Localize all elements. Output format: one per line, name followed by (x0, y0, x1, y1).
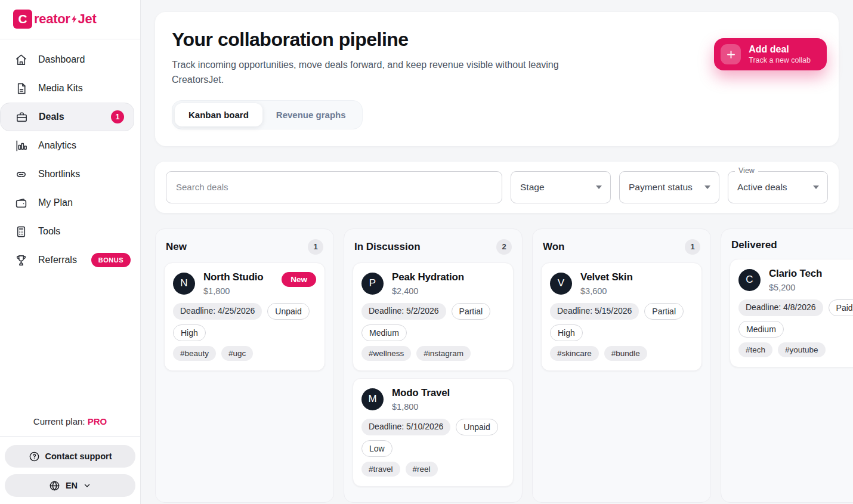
bar-chart-icon (14, 139, 28, 153)
deal-info: Peak Hydration$2,400 (392, 271, 464, 296)
deal-chip-row: Deadline: 5/2/2026Partial (361, 303, 505, 320)
deal-card[interactable]: MModo Travel$1,800Deadline: 5/10/2026Unp… (353, 378, 514, 487)
avatar: P (361, 273, 384, 295)
tab-revenue-graphs[interactable]: Revenue graphs (262, 103, 360, 126)
contact-support-label: Contact support (45, 452, 112, 461)
sidebar: C reatorJet DashboardMedia KitsDeals1Ana… (0, 0, 141, 504)
column-title: Delivered (731, 239, 777, 251)
stage-select[interactable]: Stage (511, 171, 611, 203)
sidebar-item-analytics[interactable]: Analytics (0, 131, 140, 160)
globe-icon (49, 480, 60, 491)
deal-chip-row: Deadline: 4/8/2026Paid (738, 299, 853, 316)
kanban-column-delivered: DeliveredCClario Tech$5,200Deadline: 4/8… (721, 228, 853, 503)
deal-tag-row: #tech#youtube (738, 342, 853, 357)
deal-card[interactable]: CClario Tech$5,200Deadline: 4/8/2026Paid… (730, 259, 853, 367)
deal-tag-row: #skincare#bundle (550, 346, 693, 361)
dropdown-arrow-icon (704, 185, 710, 189)
kanban-column-new: New1NNorth Studio$1,800NewDeadline: 4/25… (155, 228, 334, 503)
deal-info: North Studio$1,800 (203, 271, 264, 296)
priority-chip: High (173, 324, 206, 341)
app-root: C reatorJet DashboardMedia KitsDeals1Ana… (0, 0, 853, 504)
add-deal-button[interactable]: Add deal Track a new collab (714, 38, 827, 70)
sidebar-item-media-kits[interactable]: Media Kits (0, 74, 140, 103)
sidebar-spacer (0, 274, 140, 416)
deal-name: Modo Travel (392, 387, 450, 399)
deal-card-header: NNorth Studio$1,800New (173, 271, 316, 296)
priority-chip: High (550, 324, 583, 341)
payment-status-chip: Partial (644, 303, 684, 320)
view-select-value: Active deals (737, 182, 787, 193)
tab-kanban-board[interactable]: Kanban board (175, 103, 262, 126)
payment-status-select-label: Payment status (629, 182, 693, 193)
deal-card-header: VVelvet Skin$3,600 (550, 271, 693, 296)
deal-card[interactable]: PPeak Hydration$2,400Deadline: 5/2/2026P… (353, 262, 514, 371)
hashtag-chip: #youtube (778, 342, 826, 357)
deal-card-header: PPeak Hydration$2,400 (361, 271, 505, 296)
column-count-badge: 2 (496, 239, 512, 255)
deal-amount: $1,800 (203, 286, 264, 296)
column-header: Won1 (541, 237, 702, 262)
language-button[interactable]: EN (5, 474, 135, 497)
avatar: V (550, 273, 572, 295)
sidebar-item-label: Deals (39, 112, 64, 122)
column-title: New (166, 241, 187, 253)
deal-tag-row: #beauty#ugc (173, 346, 316, 361)
dropdown-arrow-icon (813, 185, 819, 189)
main-content: Your collaboration pipeline Track incomi… (141, 0, 853, 504)
hashtag-chip: #skincare (550, 346, 599, 361)
hashtag-chip: #ugc (221, 346, 253, 361)
plus-icon (721, 44, 741, 64)
sidebar-item-deals[interactable]: Deals1 (0, 103, 134, 131)
payment-status-select[interactable]: Payment status (619, 171, 719, 203)
search-input[interactable] (166, 171, 502, 203)
contact-support-button[interactable]: Contact support (5, 445, 135, 468)
avatar: N (173, 273, 195, 295)
payment-status-chip: Unpaid (456, 419, 497, 435)
current-plan: Current plan: PRO (0, 416, 140, 436)
sidebar-footer: Contact support EN (0, 436, 140, 504)
brand-logo-text: reatorJet (34, 11, 96, 27)
hashtag-chip: #beauty (173, 346, 216, 361)
deal-card[interactable]: VVelvet Skin$3,600Deadline: 5/15/2026Par… (541, 262, 702, 371)
briefcase-icon (15, 110, 29, 124)
trophy-icon (14, 253, 28, 267)
sidebar-item-label: Dashboard (38, 54, 85, 65)
sidebar-nav: DashboardMedia KitsDeals1AnalyticsShortl… (0, 39, 140, 274)
deal-chip-row: Low (361, 440, 505, 457)
deal-card-header: CClario Tech$5,200 (738, 268, 853, 292)
sidebar-item-tools[interactable]: Tools (0, 217, 140, 246)
hashtag-chip: #wellness (361, 346, 411, 361)
deal-new-badge: New (282, 272, 316, 287)
pipeline-header-card: Your collaboration pipeline Track incomi… (155, 12, 839, 146)
deal-chip-row: High (550, 324, 693, 341)
sidebar-item-referrals[interactable]: ReferralsBONUS (0, 246, 140, 274)
hashtag-chip: #tech (738, 342, 772, 357)
add-deal-text: Add deal Track a new collab (749, 44, 811, 64)
chevron-down-icon (83, 481, 91, 490)
add-deal-title: Add deal (749, 44, 811, 55)
deadline-chip: Deadline: 4/25/2026 (173, 303, 262, 320)
column-header: New1 (164, 237, 325, 262)
deal-chip-row: Deadline: 5/10/2026Unpaid (361, 419, 505, 435)
deal-card[interactable]: NNorth Studio$1,800NewDeadline: 4/25/202… (164, 262, 325, 371)
hashtag-chip: #reel (406, 462, 438, 477)
priority-chip: Medium (738, 321, 784, 338)
payment-status-chip: Partial (452, 303, 491, 320)
deal-info: Modo Travel$1,800 (392, 387, 450, 412)
deal-info: Clario Tech$5,200 (769, 268, 822, 292)
deal-chip-row: Medium (361, 324, 505, 341)
view-select[interactable]: View Active deals (728, 171, 828, 203)
sidebar-item-dashboard[interactable]: Dashboard (0, 45, 140, 74)
home-icon (14, 53, 28, 67)
page-subtitle: Track incoming opportunities, move deals… (172, 58, 583, 88)
hashtag-chip: #travel (361, 462, 400, 477)
column-count-badge: 1 (685, 239, 700, 255)
brand-logo[interactable]: C reatorJet (0, 0, 140, 39)
current-plan-label: Current plan: (33, 416, 85, 426)
stage-select-label: Stage (520, 182, 545, 193)
bolt-icon (70, 13, 79, 25)
sidebar-item-shortlinks[interactable]: Shortlinks (0, 160, 140, 188)
payment-status-chip: Paid (829, 299, 853, 316)
sidebar-item-my-plan[interactable]: My Plan (0, 188, 140, 217)
column-header: Delivered (730, 237, 853, 259)
